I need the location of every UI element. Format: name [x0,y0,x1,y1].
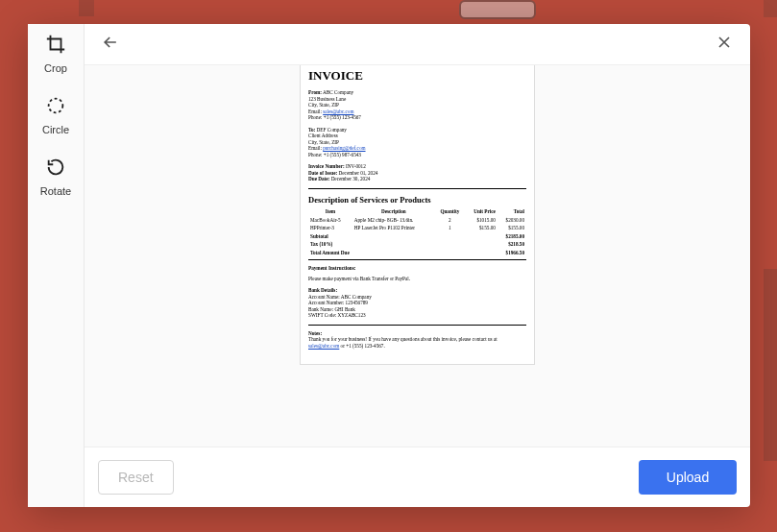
meta-block: Invoice Number: INV-0012 Date of Issue: … [308,163,526,182]
rotate-tool[interactable]: Rotate [40,157,71,197]
close-icon [715,33,734,56]
crop-label: Crop [44,62,67,74]
back-button[interactable] [98,32,123,57]
payment-block: Payment Instructions: Please make paymen… [308,265,526,281]
arrow-left-icon [101,33,120,56]
close-button[interactable] [712,32,737,57]
doc-divider [308,259,526,260]
bank-block: Bank Details: Account Name: ABC Company … [308,287,526,319]
tool-sidebar: Crop Circle Rotate [28,24,85,507]
rotate-label: Rotate [40,185,71,197]
rotate-icon [45,157,66,181]
upload-button[interactable]: Upload [639,460,737,495]
image-editor-modal: Crop Circle Rotate [28,24,750,507]
canvas-area: INVOICE From: ABC Company 123 Business L… [85,64,750,447]
line-items-table: Item Description Quantity Unit Price Tot… [308,207,526,232]
circle-icon [45,95,66,120]
summary-table: Subtotal$2185.00 Tax (10%)$218.50 Total … [308,232,526,257]
main-panel: INVOICE From: ABC Company 123 Business L… [85,24,750,507]
from-block: From: ABC Company 123 Business Lane City… [308,89,526,121]
desc-heading: Description of Services or Products [308,195,526,206]
doc-title: INVOICE [308,68,526,84]
to-block: To: DEF Company Client Address City, Sta… [308,127,526,158]
topbar [85,24,750,64]
circle-label: Circle [42,124,69,135]
footer: Reset Upload [85,447,750,507]
crop-icon [45,34,66,59]
svg-point-0 [49,99,63,113]
doc-divider [308,188,526,189]
reset-button[interactable]: Reset [98,460,174,495]
table-row: MacBookAir-5 Apple M2 chip- 8GB- 13.6in.… [308,216,526,225]
document-preview[interactable]: INVOICE From: ABC Company 123 Business L… [300,64,535,365]
doc-divider [308,325,526,326]
table-row: HPPrinter-3 HP LaserJet Pro P1102 Printe… [308,224,526,232]
crop-tool[interactable]: Crop [44,34,67,74]
notes-block: Notes: Thank you for your business! If y… [308,330,526,350]
circle-tool[interactable]: Circle [42,95,69,135]
